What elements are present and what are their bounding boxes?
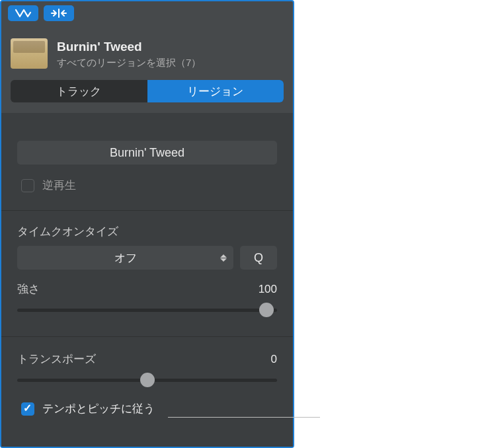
tab-row: トラック リージョン — [1, 76, 293, 113]
converge-icon — [50, 9, 68, 18]
quantize-value: オフ — [114, 250, 137, 266]
select-arrows-icon — [220, 254, 227, 262]
inspector-panel: Burnin' Tweed すべてのリージョンを選択（7） トラック リージョン… — [0, 0, 294, 448]
section-quantize: タイムクオンタイズ オフ Q 強さ 100 — [1, 211, 293, 337]
reverse-checkbox[interactable] — [21, 179, 34, 192]
follow-label: テンポとピッチに従う — [42, 401, 155, 416]
transpose-slider[interactable] — [17, 372, 277, 388]
region-name-field[interactable]: Burnin' Tweed — [17, 141, 277, 165]
track-title: Burnin' Tweed — [57, 40, 201, 54]
tab-segment: トラック リージョン — [11, 80, 284, 102]
reverse-label: 逆再生 — [42, 178, 76, 193]
tab-region[interactable]: リージョン — [147, 80, 284, 102]
section-transpose: トランスポーズ 0 テンポとピッチに従う — [1, 337, 293, 427]
transpose-value: 0 — [271, 353, 277, 366]
quantize-title: タイムクオンタイズ — [17, 224, 277, 239]
strength-label: 強さ — [17, 281, 40, 297]
region-content: Burnin' Tweed 逆再生 タイムクオンタイズ オフ Q 強さ — [1, 113, 293, 447]
track-header: Burnin' Tweed すべてのリージョンを選択（7） — [1, 24, 293, 76]
transpose-label: トランスポーズ — [17, 352, 96, 367]
link-mode-button[interactable] — [8, 5, 38, 21]
strength-slider[interactable] — [17, 302, 277, 318]
link-icon — [15, 9, 32, 18]
top-toolbar — [1, 1, 293, 24]
section-name: Burnin' Tweed 逆再生 — [1, 113, 293, 211]
strength-slider-thumb[interactable] — [259, 303, 274, 317]
selection-subtitle: すべてのリージョンを選択（7） — [57, 57, 201, 69]
follow-checkbox[interactable] — [21, 402, 34, 416]
tab-track[interactable]: トラック — [11, 80, 147, 102]
reverse-row: 逆再生 — [17, 174, 277, 197]
quantize-button[interactable]: Q — [240, 246, 277, 270]
quantize-select[interactable]: オフ — [17, 246, 233, 270]
transpose-slider-thumb[interactable] — [140, 373, 155, 387]
callout-line — [168, 417, 320, 418]
strength-value: 100 — [259, 283, 277, 296]
catch-playhead-button[interactable] — [44, 5, 74, 21]
track-thumbnail[interactable] — [11, 38, 48, 69]
